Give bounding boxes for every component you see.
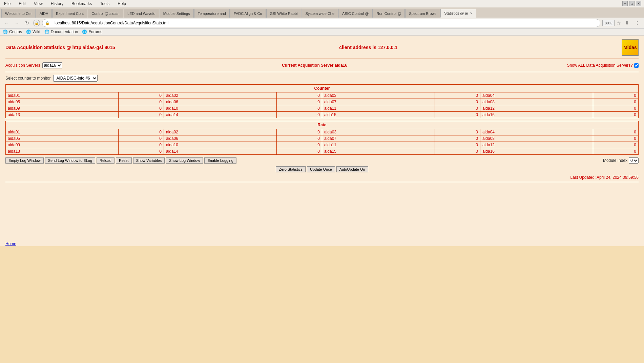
- zero-statistics-button[interactable]: Zero Statistics: [276, 166, 306, 172]
- tab-asic[interactable]: ASIC Control @: [338, 9, 372, 18]
- menu-edit[interactable]: Edit: [17, 1, 27, 7]
- counter-aida11-link[interactable]: aida11: [324, 106, 336, 111]
- tab-system[interactable]: System wide Che: [302, 9, 338, 18]
- server-select[interactable]: aida16: [42, 62, 62, 68]
- counter-aida03-link[interactable]: aida03: [324, 93, 336, 98]
- page-header: Data Acquisition Statistics @ http aidas…: [5, 39, 639, 56]
- rate-aida14-link[interactable]: aida14: [166, 149, 178, 154]
- back-button[interactable]: ←: [3, 19, 11, 27]
- show-log-button[interactable]: Show Log Window: [166, 157, 203, 164]
- show-variables-button[interactable]: Show Variables: [133, 157, 165, 164]
- tab-control[interactable]: Control @ aidas-: [88, 9, 123, 18]
- rate-aida09-link[interactable]: aida09: [8, 143, 20, 147]
- bookmark-centos[interactable]: 🌐 Centos: [3, 29, 22, 34]
- show-all-checkbox[interactable]: [634, 63, 639, 68]
- rate-aida06-link[interactable]: aida06: [166, 136, 178, 141]
- tab-aida[interactable]: AIDA: [36, 9, 52, 18]
- rate-aida12-link[interactable]: aida12: [482, 143, 495, 147]
- counter-aida04-link[interactable]: aida04: [482, 93, 495, 98]
- empty-log-button[interactable]: Empty Log Window: [5, 157, 44, 164]
- tab-gsi[interactable]: GSI White Rabbi: [266, 9, 302, 18]
- counter-aida08-link[interactable]: aida08: [482, 100, 495, 104]
- tab-module[interactable]: Module Settings: [160, 9, 194, 18]
- rate-row-2: aida05 0 aida06 0 aida07 0 aida08 0: [6, 135, 639, 142]
- counter-aida16-link[interactable]: aida16: [482, 112, 495, 117]
- forward-button[interactable]: →: [13, 19, 21, 27]
- enable-logging-button[interactable]: Enable Logging: [204, 157, 236, 164]
- rate-table: Rate aida01 0 aida02 0 aida03 0 aida04 0…: [5, 121, 639, 155]
- counter-aida13-link[interactable]: aida13: [8, 112, 20, 117]
- minimize-button[interactable]: ─: [622, 1, 628, 6]
- rate-aida04-link[interactable]: aida04: [482, 130, 495, 134]
- counter-aida03-value: 0: [435, 92, 480, 99]
- menu-file[interactable]: File: [3, 1, 12, 7]
- update-once-button[interactable]: Update Once: [307, 166, 335, 172]
- menu-history[interactable]: History: [49, 1, 65, 7]
- reload-button[interactable]: Reload: [97, 157, 115, 164]
- download-button[interactable]: ⬇: [623, 19, 631, 27]
- bookmark-forums[interactable]: 🌐 Forums: [82, 29, 102, 34]
- menu-bookmarks[interactable]: Bookmarks: [70, 1, 93, 7]
- rate-aida08-value: 0: [593, 135, 639, 142]
- rate-aida05-link[interactable]: aida05: [8, 136, 20, 141]
- send-log-button[interactable]: Send Log Window to ELog: [45, 157, 95, 164]
- counter-aida12-link[interactable]: aida12: [482, 106, 495, 111]
- bookmark-documentation[interactable]: 🌐 Documentation: [44, 29, 78, 34]
- rate-aida16-value: 0: [593, 148, 639, 155]
- tab-experiment[interactable]: Experiment Cont: [52, 9, 87, 18]
- counter-aida06-link[interactable]: aida06: [166, 100, 178, 104]
- rate-aida03-link[interactable]: aida03: [324, 130, 336, 134]
- rate-aida13-link[interactable]: aida13: [8, 149, 20, 154]
- menu-tools[interactable]: Tools: [99, 1, 111, 7]
- rate-aida01-value: 0: [119, 129, 164, 135]
- counter-aida14-link[interactable]: aida14: [166, 112, 178, 117]
- rate-aida01-link[interactable]: aida01: [8, 130, 20, 134]
- rate-aida07-link[interactable]: aida07: [324, 136, 336, 141]
- counter-aida05-link[interactable]: aida05: [8, 100, 20, 104]
- menu-dots-button[interactable]: ⋮: [633, 19, 641, 27]
- counter-aida09-link[interactable]: aida09: [8, 106, 20, 111]
- buttons-row: Empty Log Window Send Log Window to ELog…: [5, 157, 639, 164]
- counter-aida02-link[interactable]: aida02: [166, 93, 178, 98]
- counter-dropdown[interactable]: AIDA DISC-info #6: [53, 75, 98, 82]
- counter-aida15-link[interactable]: aida15: [324, 112, 336, 117]
- select-counter-label: Select counter to monitor: [5, 76, 50, 81]
- menu-view[interactable]: View: [33, 1, 44, 7]
- bookmark-wiki[interactable]: 🌐 Wiki: [26, 29, 40, 34]
- tab-spectrum[interactable]: Spectrum Brows: [405, 9, 440, 18]
- midas-logo: Midas: [622, 39, 639, 56]
- rate-aida02-link[interactable]: aida02: [166, 130, 178, 134]
- tab-fadc[interactable]: FADC Align & Co: [230, 9, 266, 18]
- bookmark-icon[interactable]: ☆: [617, 20, 621, 26]
- counter-aida01-link[interactable]: aida01: [8, 93, 20, 98]
- reset-button[interactable]: Reset: [116, 157, 132, 164]
- menu-help[interactable]: Help: [116, 1, 127, 7]
- rate-aida03-value: 0: [435, 129, 480, 135]
- bookmarks-bar: 🌐 Centos 🌐 Wiki 🌐 Documentation 🌐 Forums: [0, 29, 644, 35]
- counter-aida15-value: 0: [435, 112, 480, 118]
- rate-aida15-link[interactable]: aida15: [324, 149, 336, 154]
- tab-welcome[interactable]: Welcome to Cer: [1, 9, 36, 18]
- tab-statistics[interactable]: Statistics @ ai ✕: [440, 9, 476, 18]
- reload-button[interactable]: ↻: [23, 19, 31, 27]
- tab-temperature[interactable]: Temperature and: [194, 9, 230, 18]
- address-input[interactable]: [51, 19, 597, 27]
- rate-aida10-link[interactable]: aida10: [166, 143, 178, 147]
- module-index-select[interactable]: 0: [629, 157, 639, 164]
- tab-close-icon[interactable]: ✕: [470, 12, 473, 15]
- rate-aida11-link[interactable]: aida11: [324, 143, 336, 147]
- close-button[interactable]: ✕: [636, 1, 641, 6]
- rate-section-title: Rate: [317, 123, 326, 127]
- counter-aida10-link[interactable]: aida10: [166, 106, 178, 111]
- home-link[interactable]: Home: [5, 241, 16, 246]
- tab-led[interactable]: LED and Wavefo: [124, 9, 159, 18]
- auto-update-button[interactable]: AutoUpdate On: [336, 166, 368, 172]
- rate-aida10-value: 0: [277, 142, 322, 148]
- counter-aida07-link[interactable]: aida07: [324, 100, 336, 104]
- counter-aida11-value: 0: [435, 105, 480, 112]
- rate-aida16-link[interactable]: aida16: [482, 149, 495, 154]
- maximize-button[interactable]: □: [629, 1, 635, 6]
- current-server-label: Current Acquisition Server aida16: [282, 63, 347, 68]
- tab-run[interactable]: Run Control @: [373, 9, 405, 18]
- rate-aida08-link[interactable]: aida08: [482, 136, 495, 141]
